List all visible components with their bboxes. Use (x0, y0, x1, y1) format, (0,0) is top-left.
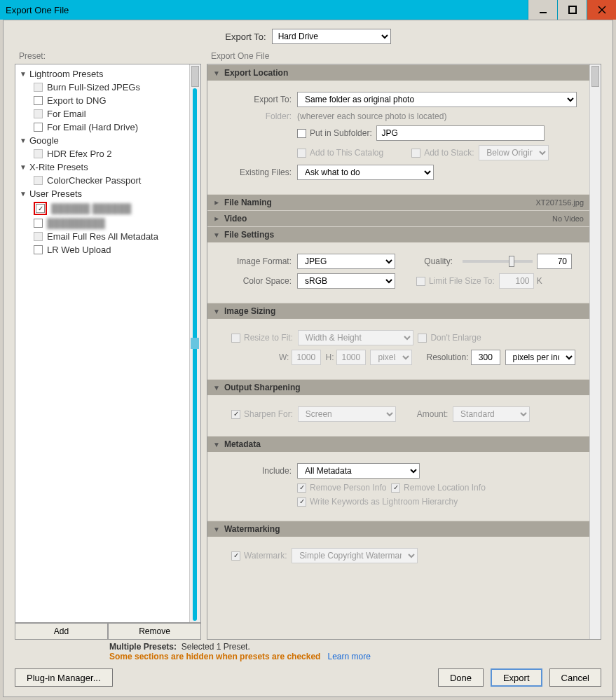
minimize-button[interactable] (528, 0, 557, 20)
res-unit-select[interactable]: pixels per inch (505, 350, 575, 365)
checkbox[interactable] (34, 219, 43, 228)
color-space-select[interactable]: sRGB (297, 273, 395, 289)
chevron-down-icon: ▼ (213, 69, 220, 77)
highlight-box (34, 202, 47, 215)
subfolder-input[interactable] (376, 125, 545, 141)
export-button[interactable]: Export (491, 668, 542, 687)
section-video[interactable]: ▼VideoNo Video (207, 210, 589, 226)
chevron-right-icon: ▼ (212, 199, 220, 206)
checkbox[interactable] (34, 96, 43, 105)
right-panel-label: Export One File (211, 51, 597, 61)
tree-item[interactable]: HDR Efex Pro 2 (15, 147, 189, 160)
checkbox[interactable] (416, 277, 425, 286)
tree-group-lightroom[interactable]: ▼Lightroom Presets (15, 67, 189, 81)
scrollbar[interactable] (189, 64, 200, 622)
close-button[interactable] (587, 0, 616, 20)
tree-item[interactable]: █████████ (15, 217, 189, 230)
quality-slider[interactable] (463, 260, 533, 263)
chevron-right-icon: ▼ (212, 215, 220, 222)
export-to-select[interactable]: Hard Drive (272, 29, 391, 44)
checkbox[interactable] (297, 129, 306, 138)
checkbox[interactable] (34, 109, 43, 118)
size-unit-select[interactable]: pixels (370, 350, 412, 365)
watermark-select[interactable]: Simple Copyright Watermark (292, 548, 418, 563)
quality-input[interactable] (537, 254, 572, 269)
image-format-select[interactable]: JPEG (297, 254, 395, 269)
checkbox[interactable] (297, 497, 306, 507)
tree-item[interactable]: Burn Full-Sized JPEGs (15, 81, 189, 94)
export-to-folder-select[interactable]: Same folder as original photo (297, 92, 577, 107)
tree-item[interactable]: Email Full Res All Metadata (15, 230, 189, 243)
done-button[interactable]: Done (438, 668, 484, 687)
section-file-naming[interactable]: ▼File NamingXT207156.jpg (207, 194, 589, 210)
tree-item[interactable]: For Email (15, 107, 189, 121)
tree-group-user[interactable]: ▼User Presets (15, 187, 189, 200)
checkbox[interactable] (297, 483, 306, 493)
section-sharpening[interactable]: ▼Output Sharpening (207, 379, 589, 395)
plugin-manager-button[interactable]: Plug-in Manager... (15, 668, 113, 687)
resolution-input[interactable] (471, 350, 500, 365)
tree-group-google[interactable]: ▼Google (15, 134, 189, 147)
preset-panel-label: Preset: (19, 51, 211, 61)
section-export-location[interactable]: ▼Export Location (207, 64, 589, 81)
chevron-down-icon: ▼ (20, 190, 27, 198)
export-to-label: Export To: (225, 32, 266, 42)
chevron-down-icon: ▼ (213, 526, 220, 533)
width-input[interactable] (292, 350, 321, 365)
metadata-include-select[interactable]: All Metadata (297, 463, 420, 479)
section-image-sizing[interactable]: ▼Image Sizing (207, 303, 589, 319)
tree-item-checked[interactable]: ██████ ██████ (15, 200, 189, 217)
preset-tree[interactable]: ▼Lightroom Presets Burn Full-Sized JPEGs… (15, 64, 201, 623)
sharpen-amount-select[interactable]: Standard (453, 406, 530, 422)
checkbox[interactable] (411, 149, 420, 158)
checkbox[interactable] (34, 123, 43, 132)
height-input[interactable] (336, 350, 366, 365)
section-metadata[interactable]: ▼Metadata (207, 436, 589, 452)
tree-item[interactable]: LR Web Upload (15, 243, 189, 256)
section-file-settings[interactable]: ▼File Settings (207, 226, 589, 242)
chevron-down-icon: ▼ (213, 231, 220, 239)
existing-files-select[interactable]: Ask what to do (297, 165, 434, 180)
window-title: Export One File (6, 5, 69, 15)
footer-message: Multiple Presets: Selected 1 Preset. Som… (109, 642, 601, 661)
scrollbar[interactable] (589, 64, 601, 639)
cancel-button[interactable]: Cancel (549, 668, 601, 687)
chevron-down-icon: ▼ (213, 308, 220, 315)
resize-fit-select[interactable]: Width & Height (298, 330, 413, 345)
checkbox[interactable] (231, 334, 240, 343)
tree-item[interactable]: Export to DNG (15, 94, 189, 107)
chevron-down-icon: ▼ (213, 384, 220, 392)
tree-item[interactable]: ColorChecker Passport (15, 174, 189, 187)
svg-rect-1 (569, 6, 576, 13)
titlebar: Export One File (0, 0, 616, 20)
checkbox[interactable] (34, 232, 43, 241)
tree-group-xrite[interactable]: ▼X-Rite Presets (15, 160, 189, 174)
checkbox[interactable] (34, 149, 43, 158)
export-dialog: Export One File Export To: Hard Drive Pr… (0, 0, 616, 700)
learn-more-link[interactable]: Learn more (327, 652, 370, 661)
chevron-down-icon: ▼ (20, 137, 27, 144)
chevron-down-icon: ▼ (213, 441, 220, 448)
limit-size-input[interactable] (499, 273, 534, 289)
checkbox[interactable] (418, 334, 427, 343)
chevron-down-icon: ▼ (20, 70, 27, 78)
section-watermarking[interactable]: ▼Watermarking (207, 521, 589, 537)
checkbox[interactable] (297, 149, 306, 158)
maximize-button[interactable] (557, 0, 587, 20)
svg-rect-0 (540, 12, 547, 13)
checkbox[interactable] (391, 483, 400, 493)
checkbox[interactable] (34, 245, 43, 254)
checkbox[interactable] (231, 410, 240, 419)
checkbox[interactable] (36, 204, 45, 213)
sharpen-for-select[interactable]: Screen (298, 406, 396, 422)
checkbox[interactable] (34, 83, 43, 92)
tree-item[interactable]: For Email (Hard Drive) (15, 121, 189, 134)
stack-pos-select[interactable]: Below Original (479, 145, 549, 160)
checkbox[interactable] (231, 551, 240, 561)
checkbox[interactable] (34, 176, 43, 185)
chevron-down-icon: ▼ (20, 163, 27, 171)
